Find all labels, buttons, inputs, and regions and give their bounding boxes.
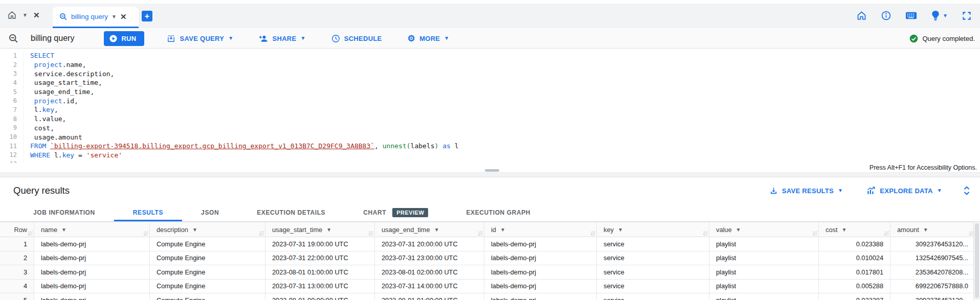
column-header-value[interactable]: value▼: [709, 222, 819, 237]
home-tab-close-icon[interactable]: ✕: [33, 11, 40, 19]
code-line[interactable]: 12WHERE l.key = 'service': [0, 151, 980, 160]
tab-caret-icon[interactable]: ▼: [112, 14, 117, 19]
query-title: billing query: [31, 34, 74, 43]
home-tab-group[interactable]: ▼ ✕: [7, 10, 39, 20]
column-menu-caret-icon[interactable]: ▼: [326, 227, 331, 233]
column-resize-handle[interactable]: [144, 231, 148, 236]
code-line[interactable]: 3 service.description,: [0, 69, 980, 78]
table-cell: 3092376453120...: [890, 237, 973, 251]
column-menu-caret-icon[interactable]: ▼: [736, 227, 741, 233]
results-tab-execution-details[interactable]: EXECUTION DETAILS: [238, 203, 344, 221]
lightbulb-menu[interactable]: ▼: [931, 10, 948, 21]
column-resize-handle[interactable]: [369, 231, 373, 236]
column-resize-handle[interactable]: [884, 231, 889, 236]
results-tab-results[interactable]: RESULTS: [114, 203, 182, 221]
schedule-button[interactable]: SCHEDULE: [328, 34, 385, 43]
code-line[interactable]: 13: [0, 159, 980, 163]
results-tab-job-information[interactable]: JOB INFORMATION: [14, 203, 114, 221]
column-menu-caret-icon[interactable]: ▼: [434, 227, 439, 233]
panel-resize-handle[interactable]: [485, 169, 499, 172]
table-cell: 3092376453120...: [890, 293, 973, 300]
column-header-usage_end_time[interactable]: usage_end_time▼: [375, 222, 484, 237]
code-line[interactable]: 2 project.name,: [0, 60, 980, 70]
code-line[interactable]: 11FROM `billing-export-394518.billing_ex…: [0, 142, 980, 151]
results-tab-chart[interactable]: CHARTPREVIEW: [344, 203, 447, 221]
tab-label: CHART: [363, 209, 386, 216]
column-header-id[interactable]: id▼: [484, 222, 597, 237]
table-row[interactable]: 3labels-demo-prjCompute Engine2023-08-01…: [0, 265, 973, 280]
column-label: cost: [826, 226, 837, 234]
column-menu-caret-icon[interactable]: ▼: [618, 227, 623, 233]
more-label: MORE: [419, 35, 440, 42]
column-menu-caret-icon[interactable]: ▼: [841, 227, 847, 233]
tab-close-icon[interactable]: ✕: [120, 13, 127, 20]
save-query-button[interactable]: SAVE QUERY ▼: [164, 34, 236, 43]
table-row[interactable]: 5labels-demo-prjCompute Engine2023-08-01…: [0, 293, 973, 300]
column-menu-caret-icon[interactable]: ▼: [192, 227, 197, 233]
column-resize-handle[interactable]: [969, 231, 973, 236]
share-button[interactable]: SHARE ▼: [256, 34, 308, 43]
column-header-usage_start_time[interactable]: usage_start_time▼: [265, 222, 375, 237]
new-tab-button[interactable]: +: [142, 11, 152, 21]
code-line[interactable]: 4 usage_start_time,: [0, 78, 980, 87]
column-menu-caret-icon[interactable]: ▼: [500, 227, 505, 233]
table-cell: 2353642078208...: [890, 265, 973, 280]
table-cell: labels-demo-prj: [34, 251, 150, 266]
table-row[interactable]: 2labels-demo-prjCompute Engine2023-07-31…: [0, 251, 973, 266]
table-row[interactable]: 1labels-demo-prjCompute Engine2023-07-31…: [0, 237, 973, 251]
code-line[interactable]: 6 project.id,: [0, 96, 980, 105]
info-icon[interactable]: [881, 10, 892, 21]
code-text: service.description,: [24, 70, 114, 78]
explore-data-caret-icon: ▼: [937, 188, 942, 193]
table-cell: 6992206757888.0: [890, 280, 973, 294]
table-cell: 0.010024: [819, 251, 890, 266]
home-tab-caret-icon[interactable]: ▼: [23, 13, 28, 18]
home-icon[interactable]: [7, 10, 17, 20]
preview-badge: PREVIEW: [392, 208, 428, 217]
table-cell: 2023-07-31 22:00:00 UTC: [265, 251, 375, 266]
code-line[interactable]: 8 l.value,: [0, 114, 980, 124]
code-line[interactable]: 5 usage_end_time,: [0, 87, 980, 97]
column-resize-handle[interactable]: [478, 231, 483, 236]
table-row[interactable]: 4labels-demo-prjCompute Engine2023-07-31…: [0, 280, 973, 294]
fullscreen-icon[interactable]: [962, 11, 972, 21]
column-header-amount[interactable]: amount▼: [890, 222, 973, 237]
code-line[interactable]: 9 cost,: [0, 124, 980, 133]
expand-collapse-icon[interactable]: [963, 186, 971, 196]
results-tab-json[interactable]: JSON: [182, 203, 238, 221]
save-results-button[interactable]: SAVE RESULTS ▼: [766, 186, 847, 196]
share-caret-icon: ▼: [300, 36, 305, 41]
lightbulb-caret-icon: ▼: [943, 13, 948, 18]
tab-billing-query[interactable]: billing query ▼ ✕: [53, 7, 139, 27]
column-header-name[interactable]: name▼: [34, 222, 150, 237]
results-tab-execution-graph[interactable]: EXECUTION GRAPH: [447, 203, 549, 221]
column-menu-caret-icon[interactable]: ▼: [923, 227, 928, 233]
results-header-actions: SAVE RESULTS ▼ EXPLORE DATA ▼: [766, 186, 971, 196]
explore-data-button[interactable]: EXPLORE DATA ▼: [863, 186, 945, 195]
column-resize-handle[interactable]: [28, 231, 33, 236]
line-number: 8: [0, 114, 24, 124]
home-icon[interactable]: [856, 10, 867, 21]
column-header-key[interactable]: key▼: [597, 222, 709, 237]
column-resize-handle[interactable]: [259, 231, 264, 236]
code-line[interactable]: 10 usage.amount: [0, 132, 980, 142]
column-resize-handle[interactable]: [703, 231, 708, 236]
results-scrollbar[interactable]: [973, 222, 980, 300]
code-line[interactable]: 1SELECT: [0, 51, 980, 60]
column-header-cost[interactable]: cost▼: [819, 222, 890, 237]
column-resize-handle[interactable]: [813, 231, 817, 236]
column-label: value: [716, 226, 732, 234]
query-status: Query completed.: [909, 34, 975, 43]
column-resize-handle[interactable]: [591, 231, 595, 236]
run-button[interactable]: RUN: [104, 31, 144, 46]
line-number: 3: [0, 69, 24, 78]
results-scrollbar-thumb[interactable]: [975, 223, 979, 298]
more-button[interactable]: ⚙ MORE ▼: [405, 34, 453, 43]
code-line[interactable]: 7 l.key,: [0, 105, 980, 114]
column-menu-caret-icon[interactable]: ▼: [61, 227, 66, 233]
table-cell: 2023-07-31 14:00:00 UTC: [375, 280, 484, 294]
keyboard-icon[interactable]: [905, 10, 917, 21]
sql-editor[interactable]: 1SELECT2 project.name,3 service.descript…: [0, 49, 980, 163]
column-header-description[interactable]: description▼: [150, 222, 265, 237]
table-cell: labels-demo-prj: [34, 237, 150, 251]
